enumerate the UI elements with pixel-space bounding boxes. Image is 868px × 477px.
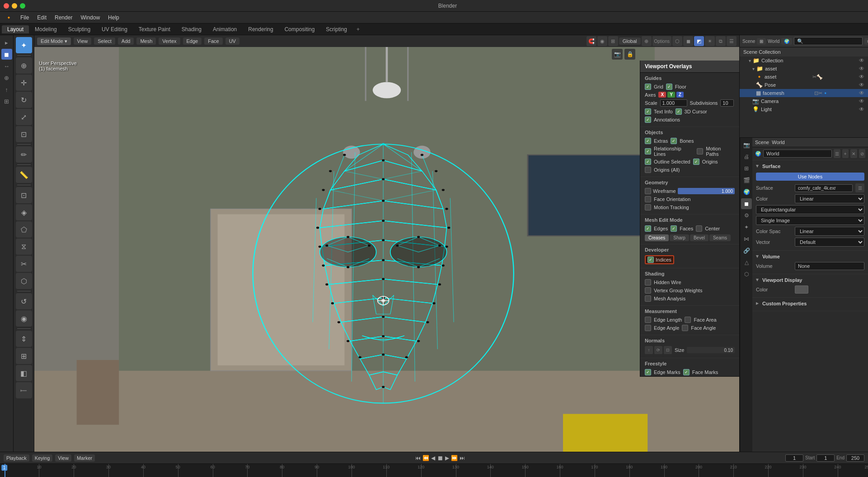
timeline-ruler[interactable]: 0 10 20 30 40 50 60 70 80 90 100 110 120… [0, 463, 868, 477]
solid-shading[interactable]: ◼ [683, 36, 693, 46]
edge-menu[interactable]: Edge [183, 37, 202, 45]
face-angle-checkbox[interactable] [682, 325, 688, 331]
mesh-menu[interactable]: Mesh [136, 37, 156, 45]
tool-measure[interactable]: 📏 [16, 167, 32, 183]
world-browse-btn[interactable]: ☰ [834, 149, 840, 158]
hidden-wire-checkbox[interactable] [645, 279, 651, 285]
edge-marks-checkbox[interactable] [645, 369, 651, 375]
material-preview-shading[interactable]: ◩ [694, 36, 704, 46]
lock-view-btn[interactable]: 🔒 [624, 49, 635, 60]
tool-smooth-vertex[interactable]: ◉ [16, 310, 32, 327]
extras-checkbox[interactable] [645, 138, 651, 144]
motion-tracking-checkbox[interactable] [645, 204, 651, 210]
props-particles-icon[interactable]: ✦ [741, 222, 752, 233]
tree-item-collection[interactable]: ▾ 📁 Collection 👁 [740, 56, 868, 65]
sidebar-icon-3[interactable]: ⊕ [1, 72, 12, 83]
world-unlink-btn[interactable]: ⊘ [859, 149, 866, 158]
options-btn[interactable]: Options [652, 36, 671, 46]
color-dropdown[interactable]: Linear [795, 194, 864, 203]
tool-rip-region[interactable]: ⟝ [16, 382, 32, 398]
props-data-icon[interactable]: △ [741, 257, 752, 268]
props-object-icon[interactable]: ◼ [741, 198, 752, 209]
marker-menu[interactable]: Marker [74, 454, 95, 462]
tree-item-asset[interactable]: ▾ 📁 asset 👁 [740, 65, 868, 73]
edge-angle-checkbox[interactable] [645, 325, 651, 331]
sidebar-icon-active[interactable]: ◼ [1, 49, 12, 60]
tool-spin[interactable]: ↺ [16, 293, 32, 309]
bones-checkbox[interactable] [671, 138, 677, 144]
mesh-analysis-checkbox[interactable] [645, 295, 651, 302]
tab-seams[interactable]: Seams [709, 234, 731, 241]
view-menu[interactable]: View [74, 37, 92, 45]
grid-checkbox[interactable] [645, 84, 651, 90]
step-back[interactable]: ⏪ [422, 455, 429, 461]
sidebar-icon-1[interactable]: ▸ [1, 37, 12, 48]
facemesh-eye[interactable]: 👁 [859, 90, 864, 96]
tool-scale[interactable]: ⤢ [16, 109, 32, 125]
props-constraint-icon[interactable]: 🔗 [741, 245, 752, 256]
use-nodes-button[interactable]: Use Nodes [756, 173, 864, 181]
tab-shading[interactable]: Shading [176, 25, 207, 33]
xray-toggle[interactable]: ☰ [727, 36, 737, 46]
tab-scripting[interactable]: Scripting [320, 25, 352, 33]
tree-item-pose[interactable]: 🦴 Pose 👁 [740, 81, 868, 89]
tool-move[interactable]: ✛ [16, 75, 32, 91]
view-menu-timeline[interactable]: View [55, 454, 71, 462]
tree-item-facemesh[interactable]: ▦ facemesh ⊡✂🔹 👁 [740, 89, 868, 97]
jump-to-start[interactable]: ⏮ [415, 455, 421, 461]
tool-cursor[interactable]: ⊕ [16, 57, 32, 74]
vector-dropdown[interactable]: Default [795, 238, 864, 247]
face-orientation-checkbox[interactable] [645, 196, 651, 202]
x-axis-button[interactable]: X [658, 92, 666, 98]
tool-bevel[interactable]: ⬠ [16, 221, 32, 238]
origins-checkbox[interactable] [693, 159, 699, 165]
menu-edit[interactable]: Edit [33, 14, 50, 22]
z-axis-button[interactable]: Z [676, 92, 684, 98]
sidebar-icon-5[interactable]: ⊞ [1, 96, 12, 107]
world-btn[interactable]: 🌍 [781, 38, 792, 45]
custom-props-collapse-icon[interactable]: ▸ [756, 300, 759, 306]
jump-to-end[interactable]: ⏭ [460, 455, 465, 461]
tab-modeling[interactable]: Modeling [29, 25, 62, 33]
props-output-icon[interactable]: 🖨 [741, 151, 752, 162]
camera-eye[interactable]: 👁 [859, 98, 864, 104]
scene-search[interactable] [794, 37, 863, 45]
camera-view-btn[interactable]: 📷 [612, 49, 623, 60]
props-scene-icon[interactable]: 🎬 [741, 175, 752, 186]
face-area-checkbox[interactable] [685, 317, 691, 323]
collection-eye[interactable]: 👁 [859, 57, 864, 64]
end-frame-input[interactable] [846, 454, 864, 462]
stop[interactable]: ⏹ [437, 454, 443, 462]
menu-file[interactable]: File [17, 14, 33, 22]
overlay-toggle[interactable]: ⧉ [716, 36, 726, 46]
annotations-checkbox[interactable] [645, 117, 651, 123]
tool-push-pull[interactable]: ⊞ [16, 348, 32, 364]
props-render-icon[interactable]: 📷 [741, 140, 752, 150]
tool-polypen[interactable]: ⬡ [16, 273, 32, 289]
proportional-icon[interactable]: ◉ [597, 36, 607, 46]
normals-vertex-icon[interactable]: ↑ [645, 346, 653, 354]
props-modifier-icon[interactable]: ⚙ [741, 210, 752, 221]
tree-item-light[interactable]: 💡 Light 👁 [740, 105, 868, 113]
vertex-group-weights-checkbox[interactable] [645, 287, 651, 294]
play-back[interactable]: ◀ [431, 455, 435, 461]
wireframe-slider[interactable]: 1.000 [678, 188, 735, 194]
playback-menu[interactable]: Playback [4, 454, 29, 462]
pivot-icon[interactable]: ⊕ [642, 36, 652, 46]
minimize-button[interactable] [12, 3, 17, 9]
tool-transform[interactable]: ⊡ [16, 126, 32, 142]
world-delete-btn[interactable]: ✕ [850, 149, 857, 158]
text-info-checkbox[interactable] [645, 108, 651, 115]
world-new-btn[interactable]: + [842, 149, 849, 158]
viewport-canvas[interactable]: User Perspective (1) facemesh Viewport O… [34, 47, 739, 452]
wireframe-checkbox[interactable] [645, 188, 651, 194]
wireframe-shading[interactable]: ⬡ [672, 36, 682, 46]
viewport-color-swatch[interactable] [795, 285, 808, 294]
menu-blender[interactable]: 🔸 [2, 14, 16, 22]
y-axis-button[interactable]: Y [667, 92, 675, 98]
add-menu[interactable]: Add [118, 37, 134, 45]
tool-extrude[interactable]: ⊡ [16, 187, 32, 203]
snap-icon[interactable]: 🧲 [586, 36, 596, 46]
edge-length-checkbox[interactable] [645, 317, 651, 323]
menu-help[interactable]: Help [104, 14, 123, 22]
